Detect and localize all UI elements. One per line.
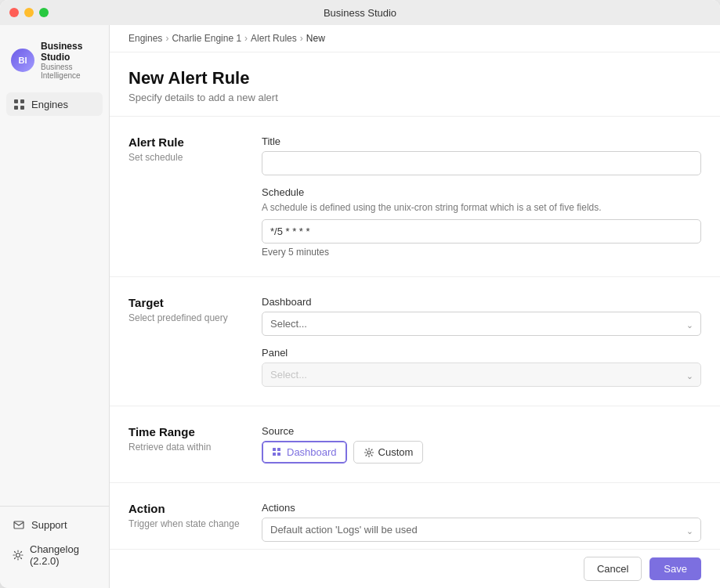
- section-title-time-range: Time Range: [128, 425, 249, 438]
- svg-rect-8: [273, 453, 276, 456]
- target-section: Target Select predefined query Dashboard…: [110, 276, 720, 406]
- section-sub-alert-rule: Set schedule: [128, 152, 249, 163]
- brand-text: Business Studio Business Intelligence: [41, 41, 98, 80]
- time-range-section: Time Range Retrieve data within Source: [110, 406, 720, 482]
- panel-field: Panel Select...: [262, 347, 701, 387]
- source-custom-button[interactable]: Custom: [353, 441, 424, 464]
- page-title: New Alert Rule: [128, 68, 701, 88]
- title-field: Title: [262, 135, 701, 175]
- panel-select[interactable]: Select...: [262, 363, 701, 387]
- section-title-alert-rule: Alert Rule: [128, 135, 249, 149]
- section-sub-action: Trigger when state change: [128, 518, 249, 529]
- source-field: Source Das: [262, 425, 701, 464]
- actions-select[interactable]: Default action 'Logs' will be used: [262, 518, 701, 542]
- window-title: Business Studio: [324, 7, 396, 19]
- page-header: New Alert Rule Specify details to add a …: [110, 52, 720, 116]
- svg-rect-7: [277, 448, 280, 451]
- envelope-icon: [13, 518, 25, 531]
- breadcrumb-alert-rules[interactable]: Alert Rules: [251, 33, 297, 44]
- minimize-button[interactable]: [24, 8, 34, 17]
- panel-select-wrapper: Select...: [262, 363, 701, 387]
- sidebar-bottom: Support Changelog (2.2.0): [0, 506, 109, 579]
- maximize-button[interactable]: [39, 8, 49, 17]
- svg-rect-6: [273, 448, 276, 451]
- title-input[interactable]: [262, 151, 701, 175]
- bottom-bar: Cancel Save: [110, 549, 720, 588]
- close-button[interactable]: [9, 8, 19, 17]
- sidebar-item-changelog[interactable]: Changelog (2.2.0): [6, 538, 103, 572]
- sidebar-item-engines[interactable]: Engines: [6, 92, 103, 116]
- time-range-fields: Source Das: [262, 425, 701, 464]
- section-sub-target: Select predefined query: [128, 312, 249, 323]
- section-label-alert-rule: Alert Rule Set schedule: [128, 135, 262, 258]
- breadcrumb-engines[interactable]: Engines: [128, 33, 162, 44]
- actions-field-label: Actions: [262, 502, 701, 514]
- breadcrumb-sep-1: ›: [165, 33, 168, 44]
- breadcrumb-sep-3: ›: [300, 33, 303, 44]
- source-dashboard-label: Dashboard: [287, 446, 337, 458]
- svg-rect-0: [14, 99, 18, 103]
- settings-icon: [13, 549, 24, 561]
- actions-select-wrapper: Default action 'Logs' will be used: [262, 518, 701, 542]
- dashboard-select[interactable]: Select...: [262, 312, 701, 336]
- breadcrumb-new: New: [306, 33, 325, 44]
- section-label-target: Target Select predefined query: [128, 296, 262, 387]
- title-field-label: Title: [262, 135, 701, 147]
- titlebar: Business Studio: [0, 0, 720, 25]
- sidebar-nav: Engines: [0, 92, 109, 506]
- actions-field: Actions Default action 'Logs' will be us…: [262, 502, 701, 542]
- breadcrumb-sep-2: ›: [244, 33, 248, 44]
- sidebar-item-label: Engines: [31, 99, 68, 110]
- schedule-input[interactable]: [262, 219, 701, 243]
- dashboard-select-wrapper: Select...: [262, 312, 701, 336]
- alert-rule-section: Alert Rule Set schedule Title Schedule A…: [110, 116, 720, 276]
- breadcrumb-engine[interactable]: Charlie Engine 1: [172, 33, 241, 44]
- schedule-field: Schedule A schedule is defined using the…: [262, 186, 701, 258]
- schedule-hint: Every 5 minutes: [262, 247, 701, 258]
- svg-rect-3: [20, 106, 24, 110]
- section-title-target: Target: [128, 296, 249, 309]
- window-controls[interactable]: [9, 8, 49, 17]
- section-title-action: Action: [128, 502, 249, 515]
- support-label: Support: [31, 519, 67, 531]
- dashboard-grid-icon: [272, 447, 283, 458]
- source-buttons: Dashboard Custom: [262, 441, 701, 464]
- source-label: Source: [262, 425, 701, 437]
- svg-point-5: [16, 554, 20, 557]
- panel-field-label: Panel: [262, 347, 701, 359]
- schedule-description: A schedule is defined using the unix-cro…: [262, 202, 701, 213]
- cancel-button[interactable]: Cancel: [584, 557, 642, 581]
- brand-name: Business Studio: [41, 41, 98, 63]
- source-custom-label: Custom: [378, 446, 414, 458]
- section-label-time-range: Time Range Retrieve data within: [128, 425, 262, 464]
- sidebar: BI Business Studio Business Intelligence: [0, 25, 110, 588]
- svg-point-10: [367, 451, 371, 454]
- sidebar-item-support[interactable]: Support: [6, 513, 103, 536]
- changelog-label: Changelog (2.2.0): [30, 543, 96, 567]
- main-content: Engines › Charlie Engine 1 › Alert Rules…: [110, 25, 720, 588]
- dashboard-field-label: Dashboard: [262, 296, 701, 308]
- dashboard-field: Dashboard Select...: [262, 296, 701, 336]
- section-sub-time-range: Retrieve data within: [128, 442, 249, 453]
- svg-rect-1: [20, 99, 24, 103]
- brand-subtitle: Business Intelligence: [41, 63, 98, 80]
- svg-rect-2: [14, 106, 18, 110]
- form-content: New Alert Rule Specify details to add a …: [110, 52, 720, 588]
- sidebar-brand: BI Business Studio Business Intelligence: [0, 34, 109, 92]
- target-fields: Dashboard Select... Panel: [262, 296, 701, 387]
- schedule-field-label: Schedule: [262, 186, 701, 198]
- page-subtitle: Specify details to add a new alert: [128, 92, 701, 103]
- save-button[interactable]: Save: [649, 557, 701, 580]
- svg-rect-9: [277, 453, 280, 456]
- breadcrumb: Engines › Charlie Engine 1 › Alert Rules…: [110, 25, 720, 52]
- gear-icon: [364, 447, 374, 458]
- alert-rule-fields: Title Schedule A schedule is defined usi…: [262, 135, 701, 258]
- source-dashboard-button[interactable]: Dashboard: [262, 441, 347, 464]
- avatar: BI: [11, 49, 34, 72]
- grid-icon: [13, 98, 25, 110]
